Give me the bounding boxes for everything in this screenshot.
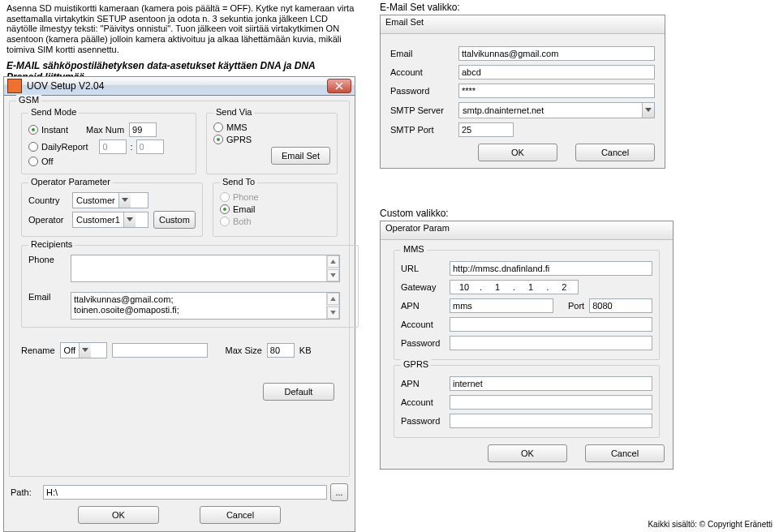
uov-setup-window: UOV Setup V2.04 GSM Send Mode Instant Ma… (3, 76, 355, 532)
chevron-down-icon (642, 103, 654, 118)
radio-gprs[interactable]: GPRS (213, 135, 252, 144)
gw-seg-3[interactable] (550, 281, 578, 294)
scrollbar[interactable] (326, 293, 339, 319)
maxsize-input[interactable] (267, 343, 295, 358)
mms-port-input[interactable] (589, 298, 652, 313)
es-password-label: Password (390, 86, 458, 96)
emailset-window: Email Set Email Account Password SMTP Se… (380, 15, 665, 169)
es-port-label: SMTP Port (390, 125, 458, 135)
chevron-down-icon (118, 193, 131, 208)
operator-label: Operator (28, 215, 67, 225)
kb-label: KB (299, 345, 312, 355)
rename-label: Rename (21, 345, 55, 355)
es-email-input[interactable] (458, 46, 655, 61)
colon: : (130, 142, 132, 152)
gprs-apn-label: APN (401, 379, 450, 388)
op-cancel-button[interactable]: Cancel (585, 444, 665, 462)
maxsize-label: Max Size (226, 345, 262, 355)
gprs-password-label: Password (401, 416, 450, 426)
daily-min-input[interactable] (136, 139, 164, 154)
recip-email-textarea[interactable]: ttalvikunnas@gmail.com; toinen.osoite@om… (71, 292, 340, 320)
sendvia-fieldset: Send Via MMS GPRS Email Set (206, 113, 338, 174)
default-button[interactable]: Default (263, 383, 334, 401)
intro-text: Asenna SD muistikortti kameraan (kamera … (0, 0, 362, 84)
operator-combo[interactable]: Customer1 (72, 212, 148, 228)
mms-apn-input[interactable] (450, 298, 553, 313)
operator-parameter-fieldset: Operator Parameter Country Customer Oper… (21, 182, 203, 237)
recip-phone-label: Phone (28, 255, 66, 264)
window-title: UOV Setup V2.04 (27, 80, 104, 92)
es-port-input[interactable] (458, 122, 514, 137)
scrollbar[interactable] (326, 255, 339, 281)
recip-phone-textarea[interactable] (71, 255, 340, 282)
rename-combo[interactable]: Off (60, 342, 107, 358)
scroll-up-icon[interactable] (327, 293, 339, 305)
close-icon (335, 82, 343, 90)
gprs-apn-input[interactable] (450, 376, 652, 391)
mms-url-input[interactable] (450, 261, 652, 276)
browse-button[interactable]: ... (330, 483, 348, 501)
app-icon (7, 79, 22, 93)
chevron-down-icon (79, 343, 91, 358)
rename-text-input[interactable] (112, 343, 208, 358)
radio-dailyreport[interactable]: DailyReport (28, 142, 88, 152)
operator-parameter-legend: Operator Parameter (28, 177, 113, 187)
mms-password-label: Password (401, 338, 450, 348)
es-email-label: Email (390, 49, 458, 58)
recipients-fieldset: Recipients Phone Email ttalvikunnas@gmai… (21, 245, 359, 328)
mms-account-label: Account (401, 320, 450, 329)
scroll-down-icon[interactable] (327, 269, 339, 281)
radio-sendto-email[interactable]: Email (220, 204, 256, 214)
path-input[interactable] (43, 485, 327, 500)
es-ok-button[interactable]: OK (478, 144, 557, 161)
mms-gateway-ip[interactable]: . . . (450, 280, 579, 294)
cancel-button[interactable]: Cancel (200, 506, 281, 524)
op-ok-button[interactable]: OK (488, 444, 567, 462)
emailset-titlebar[interactable]: Email Set (381, 15, 665, 34)
sendvia-legend: Send Via (213, 107, 254, 117)
maxnum-input[interactable] (129, 122, 157, 137)
operator-param-window: Operator Param MMS URL Gateway . . . APN… (380, 221, 674, 470)
titlebar[interactable]: UOV Setup V2.04 (4, 77, 355, 96)
close-button[interactable] (327, 79, 351, 93)
emailset-button[interactable]: Email Set (271, 147, 330, 165)
gprs-account-label: Account (401, 397, 450, 407)
radio-mms[interactable]: MMS (213, 122, 247, 132)
ok-button[interactable]: OK (78, 506, 159, 524)
daily-hour-input[interactable] (99, 139, 127, 154)
sendto-fieldset: Send To Phone Email Both (213, 182, 338, 237)
radio-sendto-phone: Phone (220, 192, 259, 202)
gprs-account-input[interactable] (450, 395, 652, 410)
custom-heading: Custom valikko: (380, 208, 672, 219)
sendmode-legend: Send Mode (28, 107, 79, 117)
emailset-heading: E-Mail Set valikko: (380, 2, 665, 13)
gw-seg-0[interactable] (450, 281, 478, 294)
es-password-input[interactable] (458, 84, 655, 98)
radio-off[interactable]: Off (28, 157, 53, 166)
es-smtp-combo[interactable]: smtp.dnainternet.net (458, 102, 655, 118)
custom-button[interactable]: Custom (153, 211, 196, 229)
mms-fieldset: MMS URL Gateway . . . APN Port Accou (394, 250, 660, 360)
scroll-down-icon[interactable] (327, 307, 339, 319)
maxnum-label: Max Num (86, 125, 124, 135)
scroll-up-icon[interactable] (327, 255, 339, 268)
gprs-password-input[interactable] (450, 414, 652, 428)
country-combo[interactable]: Customer (72, 192, 148, 208)
gsm-legend: GSM (16, 95, 41, 105)
sendto-legend: Send To (220, 177, 257, 187)
gprs-fieldset: GPRS APN Account Password (394, 365, 660, 438)
gprs-legend: GPRS (401, 359, 431, 369)
gw-seg-2[interactable] (517, 281, 544, 294)
radio-sendto-both: Both (220, 217, 252, 226)
gw-seg-1[interactable] (484, 281, 511, 294)
es-cancel-button[interactable]: Cancel (575, 144, 655, 161)
mms-account-input[interactable] (450, 317, 652, 332)
mms-password-input[interactable] (450, 336, 652, 350)
mms-url-label: URL (401, 264, 450, 273)
opparam-titlebar[interactable]: Operator Param (381, 221, 673, 240)
path-label: Path: (11, 487, 38, 497)
radio-instant[interactable]: Instant (28, 125, 68, 135)
chevron-down-icon (123, 212, 136, 227)
es-account-input[interactable] (458, 65, 655, 79)
sendmode-fieldset: Send Mode Instant Max Num DailyReport : … (21, 113, 196, 174)
